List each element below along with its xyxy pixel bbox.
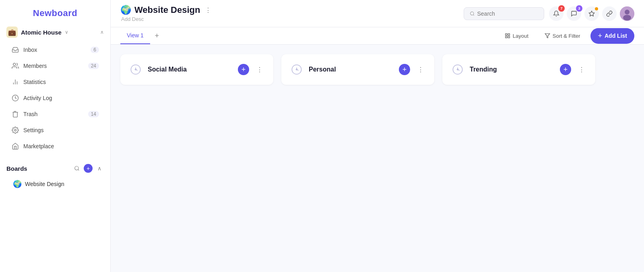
boards-actions: + ∧ (72, 164, 104, 173)
search-icon (470, 11, 475, 16)
header-icons: 7 3 (549, 6, 634, 21)
list-title-personal: Personal (309, 66, 394, 73)
list-more-button-social-media[interactable]: ⋮ (254, 64, 265, 75)
lists-area: Social Media + ⋮ Personal + ⋮ Trending +… (111, 45, 644, 272)
add-desc-button[interactable]: Add Desc (120, 16, 213, 22)
members-badge: 24 (88, 63, 99, 69)
board-item-icon: 🌍 (13, 180, 22, 188)
inbox-icon (11, 46, 19, 54)
list-icon-personal (289, 62, 304, 77)
bell-icon (553, 10, 559, 17)
svg-point-13 (623, 15, 631, 20)
svg-point-8 (471, 12, 474, 15)
list-more-button-trending[interactable]: ⋮ (576, 64, 587, 75)
board-menu-icon[interactable]: ⋮ (203, 6, 213, 15)
list-card-trending: Trending + ⋮ (442, 54, 595, 85)
toolbar-actions: Layout Sort & Filter + Add List (499, 28, 634, 44)
tabs-row: View 1 + (120, 27, 162, 44)
notifications-button[interactable]: 7 (549, 6, 564, 21)
svg-rect-14 (506, 34, 507, 35)
sidebar-item-members[interactable]: Members 24 (3, 58, 107, 74)
search-input[interactable] (477, 10, 538, 17)
chat-button[interactable]: 3 (567, 6, 581, 21)
sidebar-item-inbox[interactable]: Inbox 6 (3, 42, 107, 57)
inbox-badge: 6 (91, 47, 99, 53)
sort-filter-button[interactable]: Sort & Filter (539, 30, 586, 42)
workspace-row[interactable]: 💼 Atomic House ∨ ∧ (0, 22, 110, 42)
boards-search-button[interactable] (72, 164, 81, 173)
connect-button[interactable] (602, 6, 617, 21)
inbox-label: Inbox (23, 47, 87, 53)
filter-icon (545, 33, 550, 39)
workspace-chevron-down-icon: ∨ (65, 29, 68, 35)
members-icon (11, 62, 19, 70)
board-title-area: 🌍 Website Design ⋮ Add Desc (120, 5, 213, 22)
board-item-label: Website Design (25, 181, 64, 187)
add-list-plus-icon: + (598, 32, 602, 40)
starred-button[interactable] (584, 6, 599, 21)
settings-label: Settings (23, 127, 99, 133)
star-badge (595, 7, 598, 10)
marketplace-icon (11, 142, 19, 150)
svg-rect-15 (508, 34, 510, 35)
list-title-social-media: Social Media (148, 66, 233, 73)
main-content: 🌍 Website Design ⋮ Add Desc 7 3 (111, 0, 644, 272)
sidebar-item-settings[interactable]: Settings (3, 123, 107, 138)
list-icon-trending (450, 62, 465, 77)
board-item-website-design[interactable]: 🌍 Website Design (3, 176, 107, 192)
statistics-icon (11, 78, 19, 86)
svg-point-30 (457, 69, 459, 71)
svg-point-0 (13, 63, 16, 65)
list-icon-social-media (128, 62, 143, 77)
svg-point-5 (14, 129, 17, 131)
marketplace-label: Marketplace (23, 143, 99, 149)
workspace-name: Atomic House (21, 29, 62, 36)
members-label: Members (23, 63, 84, 69)
toolbar-row: View 1 + Layout Sort & Filter + Add List (111, 27, 644, 45)
add-list-button[interactable]: + Add List (590, 28, 634, 44)
svg-marker-10 (589, 11, 594, 16)
list-card-personal: Personal + ⋮ (281, 54, 434, 85)
board-title-row: 🌍 Website Design ⋮ (120, 5, 213, 15)
sidebar-item-marketplace[interactable]: Marketplace (3, 139, 107, 154)
boards-label: Boards (6, 165, 69, 172)
trash-badge: 14 (88, 111, 99, 117)
boards-collapse-icon[interactable]: ∧ (95, 164, 104, 173)
boards-section-header: Boards + ∧ (0, 161, 110, 176)
list-card-social-media: Social Media + ⋮ (120, 54, 273, 85)
sidebar-item-activity-log[interactable]: Activity Log (3, 90, 107, 106)
add-tab-button[interactable]: + (152, 31, 162, 41)
top-header: 🌍 Website Design ⋮ Add Desc 7 3 (111, 0, 644, 27)
list-title-trending: Trending (470, 66, 555, 73)
add-list-label: Add List (605, 33, 627, 39)
tab-view1[interactable]: View 1 (120, 27, 150, 44)
sidebar-item-trash[interactable]: Trash 14 (3, 106, 107, 122)
trash-icon (11, 110, 19, 118)
layout-icon (505, 33, 510, 39)
header-right: 7 3 (464, 6, 634, 21)
sidebar-item-statistics[interactable]: Statistics (3, 74, 107, 90)
list-more-button-personal[interactable]: ⋮ (415, 64, 426, 75)
workspace-collapse-icon[interactable]: ∧ (100, 29, 104, 35)
list-add-button-trending[interactable]: + (560, 64, 571, 75)
workspace-left: 💼 Atomic House ∨ (6, 27, 68, 38)
settings-icon (11, 126, 19, 134)
board-globe-icon: 🌍 (120, 5, 131, 15)
sidebar: Newboard 💼 Atomic House ∨ ∧ Inbox 6 Memb… (0, 0, 111, 272)
svg-point-22 (135, 69, 137, 71)
user-avatar[interactable] (620, 6, 634, 21)
layout-button[interactable]: Layout (499, 30, 534, 42)
svg-rect-17 (506, 36, 507, 38)
workspace-icon: 💼 (6, 27, 18, 38)
connect-icon (606, 10, 613, 17)
activity-log-icon (11, 94, 19, 102)
app-logo: Newboard (0, 0, 110, 22)
add-board-button[interactable]: + (84, 164, 93, 173)
trash-label: Trash (23, 111, 84, 117)
star-icon (588, 10, 595, 17)
svg-line-9 (473, 14, 474, 15)
list-add-button-social-media[interactable]: + (238, 64, 249, 75)
search-box[interactable] (464, 7, 544, 20)
list-add-button-personal[interactable]: + (399, 64, 410, 75)
svg-point-26 (296, 69, 298, 71)
